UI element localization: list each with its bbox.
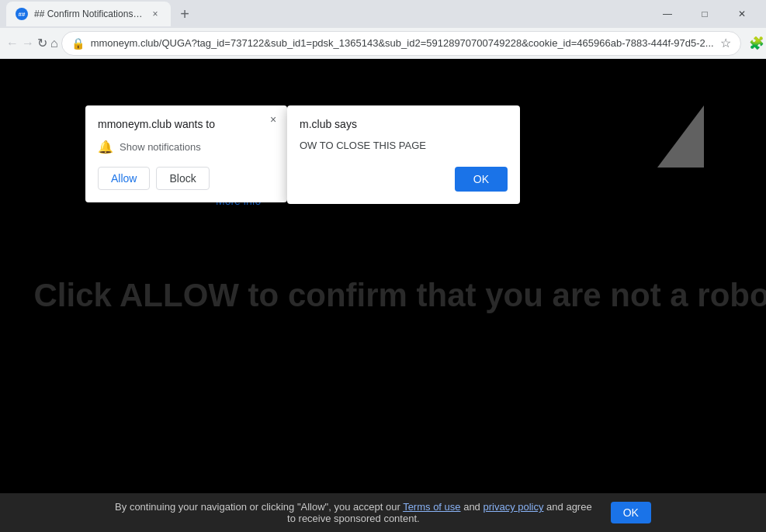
- consent-ok-button[interactable]: OK: [611, 502, 651, 523]
- notification-row: 🔔 Show notifications: [98, 140, 275, 154]
- allow-button[interactable]: Allow: [98, 167, 150, 190]
- dialog-title: mmoneym.club wants to: [98, 118, 275, 130]
- privacy-policy-link[interactable]: privacy policy: [483, 501, 543, 513]
- terms-of-use-link[interactable]: Terms of use: [403, 501, 460, 513]
- notification-label: Show notifications: [120, 141, 201, 153]
- consent-text: By continuing your navigation or clickin…: [115, 501, 592, 524]
- address-bar[interactable]: 🔒 mmoneym.club/QUGA?tag_id=737122&sub_id…: [61, 31, 741, 56]
- tab-favicon: ##: [16, 8, 28, 20]
- dialog-close-button[interactable]: ×: [265, 112, 281, 127]
- ok-button[interactable]: OK: [455, 167, 508, 192]
- alert-dialog: m.club says OW TO CLOSE THIS PAGE OK: [287, 105, 520, 204]
- forward-button[interactable]: →: [22, 31, 34, 56]
- close-window-button[interactable]: ✕: [724, 0, 760, 28]
- tab-close-btn[interactable]: ×: [149, 8, 161, 20]
- toolbar-right: 🧩 👤 ⋮: [744, 31, 766, 56]
- tab-title: ## Confirm Notifications ##: [34, 9, 143, 19]
- browser-frame: ## ## Confirm Notifications ## × + — □ ✕…: [0, 0, 766, 532]
- browser-tab[interactable]: ## ## Confirm Notifications ## ×: [6, 2, 171, 26]
- url-text: mmoneym.club/QUGA?tag_id=737122&sub_id1=…: [91, 37, 714, 49]
- new-tab-button[interactable]: +: [174, 3, 196, 25]
- home-button[interactable]: ⌂: [50, 31, 58, 56]
- bell-icon: 🔔: [98, 140, 113, 154]
- maximize-button[interactable]: □: [687, 0, 723, 28]
- dialog-buttons: Allow Block: [98, 167, 275, 190]
- lock-icon: 🔒: [71, 37, 85, 50]
- alert-buttons: OK: [300, 167, 508, 192]
- bookmark-icon[interactable]: ☆: [720, 36, 731, 50]
- back-button[interactable]: ←: [6, 31, 19, 56]
- block-button[interactable]: Block: [156, 167, 209, 190]
- refresh-button[interactable]: ↻: [37, 31, 47, 56]
- page-content: Click ALLOW to confirm that you are not …: [0, 59, 766, 532]
- alert-title: m.club says: [300, 118, 508, 130]
- page-bg-text: Click ALLOW to confirm that you are not …: [34, 277, 733, 314]
- bottom-consent-bar: By continuing your navigation or clickin…: [0, 493, 766, 532]
- tab-bar: ## ## Confirm Notifications ## × + — □ ✕: [0, 0, 766, 28]
- toolbar: ← → ↻ ⌂ 🔒 mmoneym.club/QUGA?tag_id=73712…: [0, 28, 766, 59]
- window-controls: — □ ✕: [650, 0, 760, 28]
- minimize-button[interactable]: —: [650, 0, 685, 28]
- extensions-button[interactable]: 🧩: [744, 31, 766, 56]
- alert-message: OW TO CLOSE THIS PAGE: [300, 140, 508, 151]
- triangle-decoration: [657, 105, 704, 168]
- notification-permission-dialog: × mmoneym.club wants to 🔔 Show notificat…: [85, 105, 287, 202]
